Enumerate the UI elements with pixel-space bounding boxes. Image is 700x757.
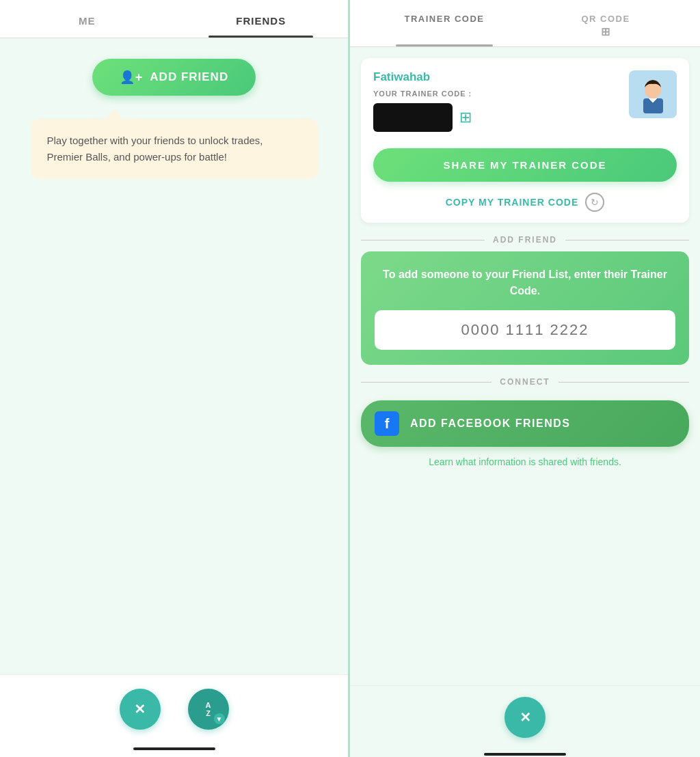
tooltip-wrapper: Play together with your friends to unloc… [31,109,318,179]
chevron-down-icon: ▼ [214,713,225,724]
avatar-svg [631,72,675,117]
trainer-card-header: Fatiwahab YOUR TRAINER CODE : ⊞ [373,70,677,141]
close-button-left[interactable]: ✕ [120,689,161,730]
tooltip-text: Play together with your friends to unloc… [47,135,263,163]
add-friend-description: To add someone to your Friend List, ente… [375,266,675,299]
add-friend-section: To add someone to your Friend List, ente… [361,251,689,365]
copy-trainer-code-link[interactable]: COPY MY TRAINER CODE [446,197,579,208]
add-friend-button[interactable]: 👤+ ADD FRIEND [92,59,256,96]
facebook-btn-label: ADD FACEBOOK FRIENDS [410,417,570,430]
add-friend-divider: ADD FRIEND [350,223,700,251]
trainer-code-label: YOUR TRAINER CODE : [373,90,472,98]
right-tabs: TRAINER CODE QR CODE ⊞ [350,0,700,47]
home-indicator-left [133,747,215,750]
add-person-icon: 👤+ [120,70,144,85]
grid-icon[interactable]: ⊞ [459,109,472,126]
share-trainer-code-label: SHARE MY TRAINER CODE [443,159,606,171]
facebook-logo-icon: f [375,411,399,436]
tooltip-arrow [106,109,122,119]
close-icon-right: ✕ [520,709,531,726]
left-bottom-bar: ✕ A Z ▼ [0,674,348,743]
qr-code-tab-label: QR CODE [581,14,630,24]
left-content: 👤+ ADD FRIEND Play together with your fr… [0,38,348,674]
sort-az-button[interactable]: A Z ▼ [188,689,229,730]
trainer-avatar [629,70,677,118]
tab-friends[interactable]: FRIENDS [174,0,349,38]
add-facebook-friends-button[interactable]: f ADD FACEBOOK FRIENDS [361,400,689,447]
left-panel: ME FRIENDS 👤+ ADD FRIEND Play together w… [0,0,350,757]
close-button-right[interactable]: ✕ [504,697,546,738]
trainer-code-row: ⊞ [373,103,472,132]
trainer-name: Fatiwahab [373,70,472,84]
left-tabs: ME FRIENDS [0,0,348,38]
right-panel: TRAINER CODE QR CODE ⊞ Fatiwahab YOUR TR… [350,0,700,757]
trainer-card: Fatiwahab YOUR TRAINER CODE : ⊞ [361,58,689,223]
tab-me[interactable]: ME [0,0,174,38]
trainer-code-input[interactable] [375,310,675,350]
az-icon: A Z [206,701,211,717]
refresh-icon[interactable]: ↻ [585,193,604,212]
add-friend-section-label: ADD FRIEND [493,235,557,245]
copy-trainer-row: COPY MY TRAINER CODE ↻ [373,189,677,215]
learn-more-link[interactable]: Learn what information is shared with fr… [361,456,689,467]
trainer-code-redacted [373,103,453,132]
right-bottom-bar: ✕ [350,685,700,749]
qr-icon: ⊞ [532,25,679,38]
connect-divider: CONNECT [350,365,700,394]
share-trainer-code-button[interactable]: SHARE MY TRAINER CODE [373,148,677,182]
right-content: Fatiwahab YOUR TRAINER CODE : ⊞ [350,47,700,685]
tab-qr-code[interactable]: QR CODE ⊞ [525,0,686,46]
connect-section: f ADD FACEBOOK FRIENDS Learn what inform… [350,394,700,481]
close-icon: ✕ [134,701,146,717]
tab-trainer-code[interactable]: TRAINER CODE [364,0,525,46]
add-friend-label: ADD FRIEND [150,70,228,84]
home-indicator-right [484,753,566,756]
connect-section-label: CONNECT [500,377,550,387]
tooltip-box: Play together with your friends to unloc… [31,119,318,179]
